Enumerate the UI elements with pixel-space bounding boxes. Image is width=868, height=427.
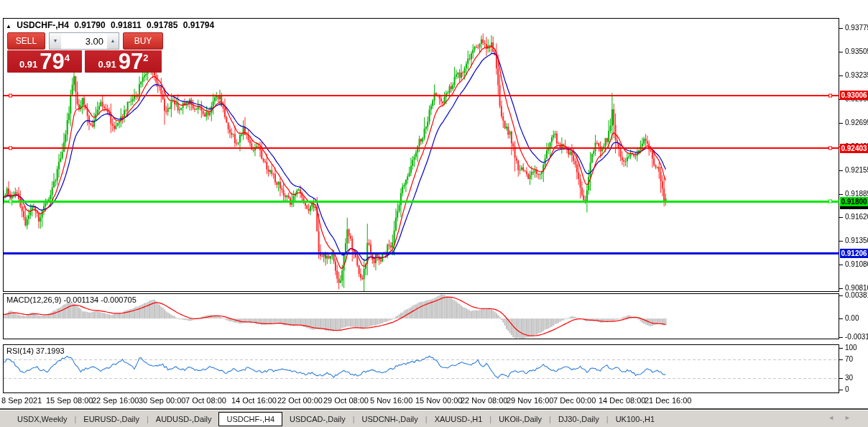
price-tick [839, 217, 843, 218]
price-tick [839, 123, 843, 124]
macd-label: MACD(12,26,9) -0.001134 -0.000705 [6, 295, 137, 304]
buy-button[interactable]: BUY [123, 32, 163, 50]
time-label: 7 Dec 00:00 [553, 396, 596, 405]
volume-decrease-icon[interactable]: ▼ [50, 33, 61, 49]
time-label: 30 Sep 00:00 [139, 396, 185, 405]
price-tick-label: 0.93775 [845, 24, 868, 32]
tab-scroll-arrows: ◄► [828, 414, 861, 421]
ohlc-high: 0.91811 [111, 20, 142, 30]
time-label: 15 Sep 08:00 [46, 396, 93, 405]
chart-tab-uk100-h1[interactable]: UK100-,H1 [609, 413, 662, 426]
macd-tick-label: 0.003811 [845, 291, 868, 299]
time-label: 8 Sep 2021 [1, 396, 42, 405]
time-label: 5 Nov 16:00 [370, 396, 412, 405]
macd-tick-label: -0.003115 [845, 333, 868, 341]
macd-tick [839, 318, 843, 319]
trade-panel-controls: SELL ▼ ▲ BUY [7, 32, 163, 50]
level-price-badge: 0.93006 [840, 91, 868, 100]
time-label: 22 Nov 08:00 [461, 396, 507, 405]
buy-price-sup: 2 [143, 52, 148, 63]
price-tick [839, 265, 843, 265]
rsi-tick [839, 348, 843, 349]
price-tick-label: 0.93505 [845, 47, 868, 55]
collapse-icon[interactable]: ▲ [6, 23, 11, 29]
price-tick [839, 170, 843, 171]
rsi-tick-label: 70 [845, 355, 853, 363]
sell-price-big: 79 [40, 51, 64, 72]
level-line-left-marker[interactable] [9, 147, 12, 150]
price-tick-label: 0.91080 [845, 260, 868, 268]
chart-tab-eurusd-daily[interactable]: EURUSD-,Daily [76, 413, 147, 426]
macd-tick [839, 337, 843, 338]
sell-price-prefix: 0.91 [19, 59, 37, 70]
time-label: 14 Dec 08:00 [599, 396, 645, 405]
level-price-badge: 0.91800 [840, 197, 868, 206]
time-label: 29 Oct 08:00 [323, 396, 369, 405]
sell-price-display[interactable]: 0.91 79 4 [7, 50, 82, 73]
time-label: 29 Nov 16:00 [507, 396, 553, 405]
time-label: 14 Oct 16:00 [231, 396, 277, 405]
chart-tab-ukoil-daily[interactable]: UKOil-,Daily [491, 413, 549, 426]
ohlc-open: 0.91790 [74, 20, 105, 30]
volume-increase-icon[interactable]: ▲ [107, 33, 119, 49]
horizontal-level-line[interactable] [4, 95, 839, 96]
sell-button[interactable]: SELL [7, 32, 45, 50]
macd-tick [839, 295, 843, 296]
tab-scroll-left-icon[interactable]: ◄ [828, 414, 844, 421]
time-label: 21 Dec 16:00 [645, 396, 691, 405]
rsi-panel-frame [3, 344, 839, 393]
buy-price-prefix: 0.91 [98, 59, 116, 70]
trading-terminal: 5M30H1H4D1W1MN ▲ USDCHF-,H4 0.91790 0.91… [0, 0, 868, 427]
time-label: 7 Oct 08:00 [185, 396, 226, 405]
price-tick [839, 52, 843, 52]
chart-tab-audusd-daily[interactable]: AUDUSD-,Daily [149, 413, 219, 426]
price-tick [839, 194, 843, 195]
chart-tab-usdchf-h4[interactable]: USDCHF-,H4 [218, 412, 282, 426]
level-line-left-marker[interactable] [9, 93, 12, 97]
symbol-period-label: USDCHF-,H4 [17, 20, 69, 30]
rsi-tick [839, 359, 843, 360]
level-price-badge: 0.92403 [840, 144, 868, 153]
ohlc-close: 0.91794 [183, 20, 214, 30]
level-line-left-marker[interactable] [9, 200, 12, 203]
level-line-right-marker[interactable] [828, 200, 832, 203]
chart-tab-bar: USDX,Weekly|EURUSD-,Daily|AUDUSD-,DailyU… [0, 410, 868, 427]
time-label: 22 Sep 16:00 [92, 396, 139, 405]
rsi-tick [839, 390, 843, 390]
macd-tick-label: 0.00 [845, 314, 859, 322]
tab-scroll-right-icon[interactable]: ► [844, 414, 861, 421]
level-line-right-marker[interactable] [828, 93, 832, 97]
rsi-label: RSI(14) 37.1993 [6, 346, 65, 355]
buy-price-display[interactable]: 0.91 97 2 [85, 50, 162, 73]
chart-tab-usdcad-daily[interactable]: USDCAD-,Daily [282, 413, 353, 426]
volume-input[interactable] [61, 33, 107, 49]
level-price-badge: 0.91206 [840, 249, 868, 258]
sell-price-sup: 4 [65, 52, 70, 63]
rsi-tick [839, 378, 843, 379]
horizontal-level-line[interactable] [4, 201, 839, 203]
price-tick [839, 288, 843, 289]
price-tick [839, 75, 843, 76]
buy-price-big: 97 [119, 51, 143, 72]
chart-tab-usdx-weekly[interactable]: USDX,Weekly [10, 413, 74, 426]
time-label: 22 Oct 00:00 [277, 396, 323, 405]
horizontal-level-line[interactable] [4, 252, 839, 254]
price-tick-label: 0.92155 [845, 166, 868, 174]
chart-tab-dj30-daily[interactable]: DJ30-,Daily [551, 413, 606, 426]
horizontal-level-line[interactable] [4, 147, 839, 149]
price-tick-label: 0.91620 [845, 213, 868, 221]
ohlc-low: 0.91785 [147, 20, 177, 30]
current-price-badge-edge [840, 206, 868, 209]
time-label: 15 Nov 00:00 [415, 396, 462, 405]
price-tick-label: 0.93235 [845, 71, 868, 79]
price-tick [839, 28, 843, 29]
chart-tab-usdcnh-daily[interactable]: USDCNH-,Daily [355, 413, 425, 426]
level-line-right-marker[interactable] [828, 147, 832, 150]
volume-stepper: ▼ ▲ [49, 32, 119, 50]
price-tick-label: 0.91350 [845, 237, 868, 244]
chart-ohlc-title: ▲ USDCHF-,H4 0.91790 0.91811 0.91785 0.9… [6, 20, 217, 30]
rsi-tick-label: 0 [845, 385, 849, 393]
price-tick [839, 241, 843, 242]
rsi-tick-label: 30 [845, 374, 853, 382]
chart-tab-xauusd-h1[interactable]: XAUUSD-,H1 [428, 413, 490, 426]
